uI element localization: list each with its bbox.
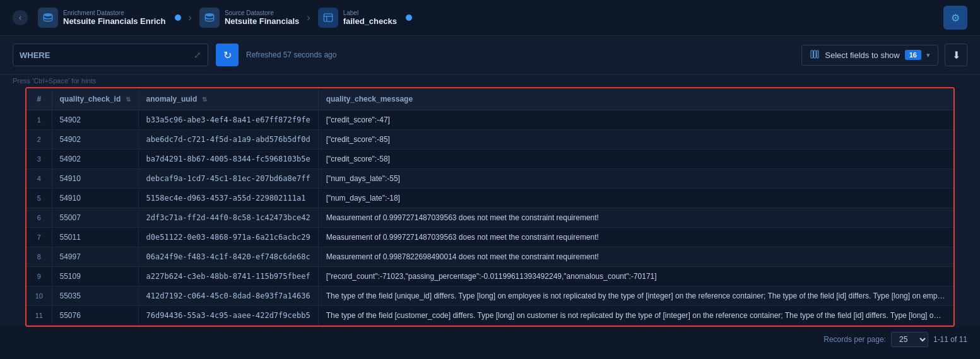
refresh-icon: ↻	[223, 49, 232, 61]
breadcrumb-arrow-2: ›	[307, 12, 310, 23]
cell-anomaly-uuid: 06a24f9e-f483-4c1f-8420-ef748c6de68c	[138, 247, 318, 267]
breadcrumb: Enrichment Datastore Netsuite Financials…	[38, 8, 412, 28]
toolbar-right: Select fields to show 16 ▾ ⬇	[801, 44, 967, 66]
cell-anomaly-uuid: debcaf9a-1cd7-45c1-81ec-207bd6a8e7ff	[138, 169, 318, 189]
source-type-label: Source Datastore	[225, 9, 299, 16]
table-row[interactable]: 10 55035 412d7192-c064-45c0-8dad-8e93f7a…	[27, 286, 953, 306]
cell-quality-check-message: The type of the field [customer_code] di…	[318, 306, 953, 326]
cell-quality-check-id: 55035	[52, 286, 138, 306]
table-row[interactable]: 7 55011 d0e51122-0e03-4868-971a-6a21c6ac…	[27, 228, 953, 247]
records-per-page-label: Records per page:	[824, 335, 886, 344]
data-table: # quality_check_id ⇅ anomaly_uuid ⇅ qual…	[27, 88, 953, 326]
cell-quality-check-message: ["record_count":-71023,"passing_percenta…	[318, 267, 953, 286]
cell-num: 1	[27, 110, 52, 130]
col-header-quality-check-id[interactable]: quality_check_id ⇅	[52, 88, 138, 110]
settings-button[interactable]: ⚙	[943, 6, 967, 30]
hint-text: Press 'Ctrl+Space' for hints	[0, 74, 980, 87]
where-label: WHERE	[20, 50, 50, 60]
fields-count-badge: 16	[905, 50, 921, 60]
cell-anomaly-uuid: ba7d4291-8b67-4005-8344-fc5968103b5e	[138, 150, 318, 169]
select-fields-label: Select fields to show	[825, 50, 900, 60]
col-header-anomaly-uuid[interactable]: anomaly_uuid ⇅	[138, 88, 318, 110]
svg-point-1	[205, 13, 214, 16]
svg-point-0	[44, 13, 52, 16]
table-row[interactable]: 2 54902 abe6dc7d-c721-4f5d-a1a9-abd576b5…	[27, 130, 953, 150]
breadcrumb-arrow-1: ›	[189, 12, 192, 23]
cell-quality-check-id: 55007	[52, 208, 138, 228]
table-row[interactable]: 1 54902 b33a5c96-abe3-4ef4-8a41-e67ff872…	[27, 110, 953, 130]
cell-quality-check-message: The type of the field [unique_id] differ…	[318, 286, 953, 306]
cell-num: 2	[27, 130, 52, 150]
cell-num: 8	[27, 247, 52, 267]
toolbar: WHERE ⤢ ↻ Refreshed 57 seconds ago Selec…	[0, 36, 980, 74]
table-row[interactable]: 4 54910 debcaf9a-1cd7-45c1-81ec-207bd6a8…	[27, 169, 953, 189]
refresh-button[interactable]: ↻	[216, 44, 239, 66]
col-header-quality-check-message: quality_check_message	[318, 88, 953, 110]
cell-quality-check-message: ["credit_score":-58]	[318, 150, 953, 169]
table-row[interactable]: 6 55007 2df3c71a-ff2d-44f0-8c58-1c42473b…	[27, 208, 953, 228]
cell-quality-check-message: ["credit_score":-85]	[318, 130, 953, 150]
where-input[interactable]	[55, 50, 189, 60]
breadcrumb-item-source: Source Datastore Netsuite Financials	[199, 8, 299, 28]
cell-num: 4	[27, 169, 52, 189]
cell-anomaly-uuid: 5158ec4e-d963-4537-a55d-229802111a1	[138, 189, 318, 208]
cell-quality-check-id: 54910	[52, 169, 138, 189]
data-table-container: # quality_check_id ⇅ anomaly_uuid ⇅ qual…	[25, 87, 955, 327]
cell-quality-check-id: 54902	[52, 150, 138, 169]
cell-quality-check-id: 54902	[52, 110, 138, 130]
records-count: 1-11 of 11	[933, 335, 967, 344]
cell-num: 5	[27, 189, 52, 208]
breadcrumb-item-enrichment: Enrichment Datastore Netsuite Financials…	[38, 8, 181, 28]
cell-num: 3	[27, 150, 52, 169]
cell-num: 11	[27, 306, 52, 326]
cell-num: 7	[27, 228, 52, 247]
source-datastore-icon	[199, 8, 220, 28]
header: ‹ Enrichment Datastore Netsuite Financia…	[0, 0, 980, 36]
col-label-quality-check-message: quality_check_message	[326, 95, 413, 103]
footer: Records per page: 25 50 100 1-11 of 11	[0, 327, 980, 352]
enrichment-status-dot	[175, 15, 181, 21]
back-button[interactable]: ‹	[13, 10, 28, 25]
cell-quality-check-message: ["num_days_late":-55]	[318, 169, 953, 189]
svg-rect-6	[814, 50, 816, 58]
cell-anomaly-uuid: d0e51122-0e03-4868-971a-6a21c6acbc29	[138, 228, 318, 247]
svg-rect-2	[324, 14, 333, 21]
cell-quality-check-id: 54997	[52, 247, 138, 267]
cell-num: 9	[27, 267, 52, 286]
records-per-page-select[interactable]: 25 50 100	[891, 332, 928, 347]
cell-quality-check-id: 55011	[52, 228, 138, 247]
table-row[interactable]: 8 54997 06a24f9e-f483-4c1f-8420-ef748c6d…	[27, 247, 953, 267]
where-filter-wrapper[interactable]: WHERE ⤢	[13, 44, 208, 66]
col-label-quality-check-id: quality_check_id	[60, 95, 121, 103]
sort-icon-quality-check-id[interactable]: ⇅	[126, 96, 131, 103]
select-fields-button[interactable]: Select fields to show 16 ▾	[801, 45, 938, 66]
table-header-row: # quality_check_id ⇅ anomaly_uuid ⇅ qual…	[27, 88, 953, 110]
download-button[interactable]: ⬇	[945, 44, 967, 66]
table-row[interactable]: 5 54910 5158ec4e-d963-4537-a55d-22980211…	[27, 189, 953, 208]
gear-icon: ⚙	[951, 12, 960, 24]
cell-quality-check-id: 54910	[52, 189, 138, 208]
cell-quality-check-message: Measurement of 0.9987822698490014 does n…	[318, 247, 953, 267]
cell-quality-check-message: Measurement of 0.9997271487039563 does n…	[318, 208, 953, 228]
table-row[interactable]: 3 54902 ba7d4291-8b67-4005-8344-fc596810…	[27, 150, 953, 169]
refresh-status: Refreshed 57 seconds ago	[246, 50, 336, 59]
enrichment-type-label: Enrichment Datastore	[63, 9, 166, 16]
cell-anomaly-uuid: b33a5c96-abe3-4ef4-8a41-e67ff872f9fe	[138, 110, 318, 130]
enrichment-datastore-icon	[38, 8, 58, 28]
col-label-anomaly-uuid: anomaly_uuid	[146, 95, 198, 103]
col-header-num: #	[27, 88, 52, 110]
label-status-dot	[406, 15, 412, 21]
cell-anomaly-uuid: a227b624-c3eb-48bb-8741-115b975fbeef	[138, 267, 318, 286]
cell-quality-check-id: 55076	[52, 306, 138, 326]
table-row[interactable]: 9 55109 a227b624-c3eb-48bb-8741-115b975f…	[27, 267, 953, 286]
label-type-label: Label	[343, 9, 397, 16]
cell-anomaly-uuid: 2df3c71a-ff2d-44f0-8c58-1c42473bce42	[138, 208, 318, 228]
expand-icon[interactable]: ⤢	[194, 50, 201, 60]
enrichment-value: Netsuite Financials Enrich	[63, 16, 166, 26]
svg-rect-7	[817, 50, 819, 58]
columns-icon	[810, 49, 820, 61]
sort-icon-anomaly-uuid[interactable]: ⇅	[202, 96, 207, 103]
cell-quality-check-message: ["credit_score":-47]	[318, 110, 953, 130]
table-row[interactable]: 11 55076 76d94436-55a3-4c95-aaee-422d7f9…	[27, 306, 953, 326]
source-value: Netsuite Financials	[225, 16, 299, 26]
